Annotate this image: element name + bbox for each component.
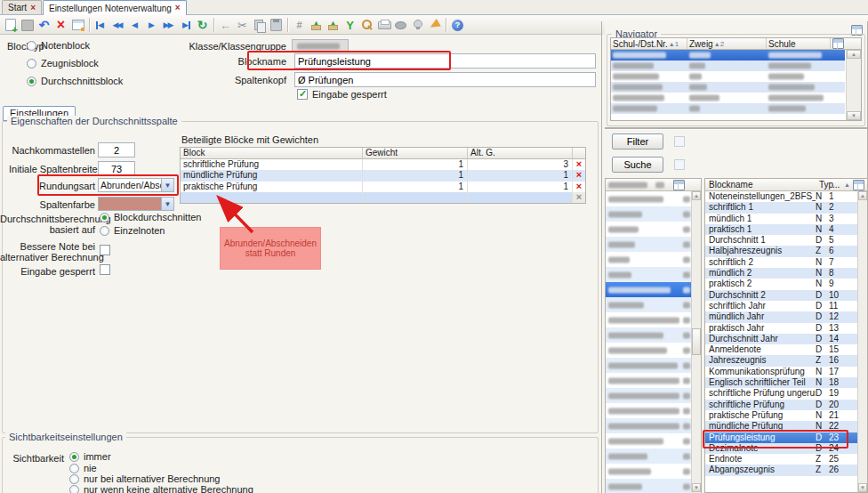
navigator-row[interactable]	[611, 61, 845, 71]
block-list-item[interactable]: AbgangszeugnisZ26	[705, 465, 867, 475]
scroll-up-icon[interactable]: ▲	[858, 191, 867, 200]
weights-row[interactable]: mündliche Prüfung11×	[181, 170, 585, 181]
nav-last-icon[interactable]	[177, 17, 194, 33]
navigator-row[interactable]	[611, 71, 845, 82]
class-list-item[interactable]	[606, 267, 701, 282]
navigator-row[interactable]	[611, 103, 845, 114]
radio-icon[interactable]	[27, 77, 36, 86]
class-list-item[interactable]	[606, 237, 701, 252]
block-list-item[interactable]: praktisch JahrD13	[705, 323, 867, 334]
nachkommastellen-input[interactable]	[98, 142, 135, 158]
class-list-item[interactable]	[606, 388, 701, 403]
block-list-item[interactable]: Durchschnitt 2D10	[705, 290, 867, 301]
class-list-item[interactable]	[606, 373, 701, 388]
scroll-down-icon[interactable]: ▼	[692, 483, 701, 492]
block-list-item[interactable]: praktisch 2N9	[705, 279, 867, 289]
navigator-row[interactable]	[611, 82, 845, 93]
class-list-item[interactable]	[606, 191, 701, 206]
radio-icon[interactable]	[27, 59, 36, 69]
radio-durchschnittsblock[interactable]: Durchschnittsblock	[27, 76, 123, 86]
class-list-item[interactable]	[606, 327, 701, 343]
nav-prev-fast-icon[interactable]	[109, 17, 126, 33]
class-list-item[interactable]	[606, 418, 701, 433]
block-list-item[interactable]: PrüfungsleistungD23	[705, 432, 867, 443]
block-list-item[interactable]: AnmeldenoteD15	[705, 344, 867, 355]
weights-row[interactable]: schriftliche Prüfung13×	[181, 159, 585, 170]
class-list-item[interactable]	[606, 433, 701, 449]
class-list-item[interactable]	[606, 403, 701, 418]
class-list-item[interactable]	[606, 297, 701, 312]
class-list-item[interactable]	[606, 464, 701, 479]
help-icon[interactable]	[449, 17, 466, 33]
radio-icon[interactable]	[69, 464, 79, 473]
radio-icon[interactable]	[100, 213, 109, 222]
suche-checkbox[interactable]	[674, 159, 685, 170]
rundungsart-dropdown[interactable]: Abrunden/Abschneiden ▼	[98, 178, 174, 192]
filter-checkbox[interactable]	[674, 136, 685, 147]
class-list-header[interactable]	[606, 179, 701, 191]
block-list-item[interactable]: mündlich 1N3	[705, 214, 867, 224]
block-list-item[interactable]: schriftlich JahrD11	[705, 301, 867, 311]
navigator-header[interactable]: Schul-/Dst.Nr. ▲1 Zweig ▲2 Schule	[611, 38, 861, 50]
navigator-scrollbar[interactable]: ▲ ▼	[846, 50, 861, 120]
block-list-item[interactable]: EndnoteZ25	[705, 454, 867, 465]
chevron-down-icon[interactable]: ▼	[161, 198, 173, 210]
navigator-row[interactable]	[611, 93, 845, 103]
block-list-item[interactable]: HalbjahreszeugnisZ6	[705, 246, 867, 256]
scroll-down-icon[interactable]: ▼	[858, 483, 867, 492]
block-list-item[interactable]: Englisch schriftlicher TeilN18	[705, 377, 867, 388]
paste-icon[interactable]	[268, 17, 285, 33]
new-record-icon[interactable]	[2, 17, 19, 33]
checkbox-icon[interactable]	[297, 89, 308, 100]
radio-nur-wenn-keine-alternative-berechnung[interactable]: nur wenn keine alternative Berechnung	[69, 484, 253, 493]
bulb-icon[interactable]	[409, 17, 426, 33]
tab-einstellungen-notenverwaltung[interactable]: Einstellungen Notenverwaltung ×	[43, 0, 187, 15]
class-list-item[interactable]	[606, 312, 701, 327]
cut-icon[interactable]	[234, 17, 251, 33]
class-list-item[interactable]	[606, 343, 701, 358]
block-list-item[interactable]: DezimalnoteD24	[705, 443, 867, 454]
undo-icon[interactable]	[36, 17, 52, 33]
weights-table-header[interactable]: Block Gewicht Alt. G.	[181, 148, 585, 159]
block-list-item[interactable]: mündlich JahrD12	[705, 311, 867, 322]
block-list-item[interactable]: mündlich 2N8	[705, 268, 867, 279]
eingabe-gesperrt2-checkbox[interactable]	[100, 264, 110, 275]
blockname-input[interactable]	[294, 53, 596, 69]
navigator-row[interactable]	[611, 50, 845, 61]
radio-einzelnoten[interactable]: Einzelnoten	[100, 225, 165, 236]
scroll-down-icon[interactable]: ▼	[847, 111, 861, 120]
block-list-item[interactable]: Durchschnitt JahrD14	[705, 334, 867, 344]
block-list-item[interactable]: praktisch 1N4	[705, 224, 867, 235]
radio-icon[interactable]	[69, 474, 79, 484]
nav-next-icon[interactable]	[143, 17, 160, 33]
numbers-icon[interactable]	[291, 17, 308, 33]
announce-icon[interactable]	[426, 17, 443, 33]
weights-row[interactable]: praktische Prüfung11×	[181, 182, 585, 192]
search-icon[interactable]	[358, 17, 375, 33]
class-list-item[interactable]	[606, 479, 701, 493]
radio-blockdurchschnitten[interactable]: Blockdurchschnitten	[100, 212, 201, 222]
spaltenfarbe-dropdown[interactable]: ▼	[98, 197, 174, 211]
scroll-thumb[interactable]	[692, 328, 701, 355]
radio-nie[interactable]: nie	[69, 463, 97, 473]
close-icon[interactable]: ×	[30, 4, 36, 12]
block-list-item[interactable]: schriftliche PrüfungD20	[705, 400, 867, 410]
radio-icon[interactable]	[69, 452, 79, 462]
class-list-item[interactable]	[606, 206, 701, 222]
block-list-scrollbar[interactable]: ▲ ▼	[857, 191, 867, 492]
print-icon[interactable]	[375, 17, 392, 33]
copy-icon[interactable]	[251, 17, 268, 33]
class-list-item[interactable]	[606, 358, 701, 373]
block-list-item[interactable]: schriftlich 2N7	[705, 257, 867, 268]
radio-nur-bei-alternativer-berechnung[interactable]: nur bei alternativer Berechnung	[69, 473, 220, 484]
block-list-item[interactable]: Durchschnitt 1D5	[705, 235, 867, 246]
delete-row-icon[interactable]: ×	[573, 159, 585, 170]
import-icon[interactable]	[308, 17, 325, 33]
block-list-item[interactable]: schriftlich 1N2	[705, 202, 867, 213]
radio-icon[interactable]	[27, 41, 36, 51]
radio-zeugnisblock[interactable]: Zeugnisblock	[27, 58, 99, 69]
suche-button[interactable]: Suche	[612, 157, 663, 173]
tab-start[interactable]: Start ×	[2, 0, 42, 14]
nav-first-icon[interactable]	[92, 17, 109, 33]
bessere-note-checkbox[interactable]	[100, 245, 110, 255]
